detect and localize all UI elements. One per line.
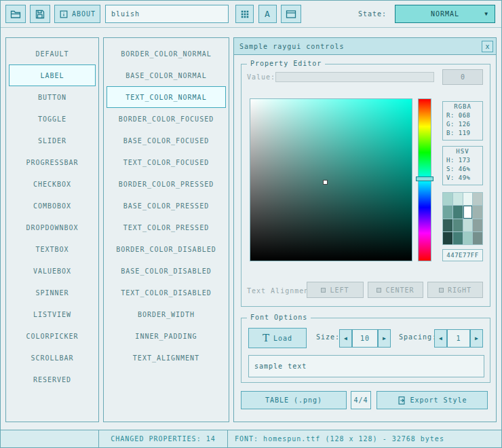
style-name-input[interactable]: [105, 5, 229, 23]
control-item-default[interactable]: DEFAULT: [9, 43, 96, 64]
property-item-border-color-normal[interactable]: BORDER_COLOR_NORMAL: [107, 43, 226, 64]
property-item-text-color-focused[interactable]: TEXT_COLOR_FOCUSED: [107, 151, 226, 173]
size-value-box[interactable]: 10: [352, 329, 378, 348]
property-item-base-color-disabled[interactable]: BASE_COLOR_DISABLED: [107, 260, 226, 282]
property-item-text-color-normal[interactable]: TEXT_COLOR_NORMAL: [107, 86, 226, 108]
property-item-base-color-pressed[interactable]: BASE_COLOR_PRESSED: [107, 195, 226, 217]
swatch[interactable]: [473, 232, 482, 244]
control-item-dropdownbox[interactable]: DROPDOWNBOX: [9, 217, 96, 238]
control-item-progressbar[interactable]: PROGRESSBAR: [9, 151, 96, 173]
control-item-valuebox[interactable]: VALUEBOX: [9, 260, 96, 282]
control-item-reserved[interactable]: RESERVED: [9, 369, 96, 390]
property-item-base-color-focused[interactable]: BASE_COLOR_FOCUSED: [107, 130, 226, 151]
sample-window: Sample raygui controls x Property Editor…: [233, 37, 497, 422]
control-item-scrollbar[interactable]: SCROLLBAR: [9, 347, 96, 369]
hex-value-box[interactable]: 447E77FF: [442, 249, 483, 261]
sample-window-titlebar[interactable]: Sample raygui controls: [234, 38, 496, 55]
export-counter-box[interactable]: 4/4: [351, 391, 371, 409]
align-left-icon: [321, 288, 326, 293]
swatch[interactable]: [473, 219, 482, 231]
swatch[interactable]: [443, 206, 452, 218]
hue-bar[interactable]: [418, 98, 431, 261]
size-label: Size:: [316, 333, 340, 341]
align-left-button[interactable]: LEFT: [307, 282, 364, 298]
state-dropdown[interactable]: NORMAL ▼: [395, 5, 495, 23]
property-item-base-color-normal[interactable]: BASE_COLOR_NORMAL: [107, 64, 226, 86]
swatch[interactable]: [443, 193, 452, 205]
swatch[interactable]: [443, 219, 452, 231]
spacing-decrease-button[interactable]: ◀: [434, 329, 447, 348]
property-item-border-width[interactable]: BORDER_WIDTH: [107, 303, 226, 325]
swatch[interactable]: [463, 232, 473, 244]
size-increase-button[interactable]: ▶: [378, 329, 391, 348]
control-item-label[interactable]: LABEL: [9, 64, 96, 86]
control-item-spinner[interactable]: SPINNER: [9, 282, 96, 303]
swatch[interactable]: [453, 206, 463, 218]
align-right-button[interactable]: RIGHT: [427, 282, 483, 298]
show-style-table-button[interactable]: [235, 5, 254, 23]
swatch-selected[interactable]: [463, 206, 473, 218]
hsv-readout: HSV H: 173 S: 46% V: 49%: [442, 146, 483, 185]
color-swatch-grid: [442, 192, 483, 245]
state-dropdown-value: NORMAL: [431, 10, 459, 18]
sample-window-title: Sample raygui controls: [239, 43, 344, 50]
swatch[interactable]: [453, 193, 463, 205]
swatch[interactable]: [473, 193, 482, 205]
property-editor-group-label: Property Editor: [247, 60, 325, 67]
font-load-button[interactable]: T Load: [248, 328, 307, 348]
export-style-button[interactable]: Export Style: [376, 391, 488, 409]
font-a-icon: A: [265, 9, 271, 19]
size-decrease-button[interactable]: ◀: [339, 329, 352, 348]
open-file-button[interactable]: [5, 5, 26, 23]
hsv-s-row: S: 46%: [443, 164, 482, 172]
right-arrow-icon: ▶: [475, 335, 478, 341]
control-item-colorpicker[interactable]: COLORPICKER: [9, 325, 96, 347]
control-item-checkbox[interactable]: CHECKBOX: [9, 173, 96, 195]
rgba-readout: RGBA R: 068 G: 126 B: 119: [442, 101, 483, 141]
property-item-inner-padding[interactable]: INNER_PADDING: [107, 325, 226, 347]
property-item-text-color-disabled[interactable]: TEXT_COLOR_DISABLED: [107, 282, 226, 303]
control-item-slider[interactable]: SLIDER: [9, 130, 96, 151]
swatch[interactable]: [463, 219, 473, 231]
align-center-button[interactable]: CENTER: [368, 282, 423, 298]
control-item-listview[interactable]: LISTVIEW: [9, 303, 96, 325]
table-export-label: TABLE (.png): [265, 396, 322, 404]
controls-list-panel: DEFAULT LABEL BUTTON TOGGLE SLIDER PROGR…: [5, 37, 99, 422]
save-style-button[interactable]: [30, 5, 50, 23]
spacing-value-box[interactable]: 1: [447, 329, 470, 348]
export-style-label: Export Style: [410, 396, 467, 404]
swatch[interactable]: [443, 232, 452, 244]
property-item-border-color-pressed[interactable]: BORDER_COLOR_PRESSED: [107, 173, 226, 195]
color-picker-cursor[interactable]: [323, 180, 328, 185]
control-item-toggle[interactable]: TOGGLE: [9, 108, 96, 130]
property-item-text-color-pressed[interactable]: TEXT_COLOR_PRESSED: [107, 217, 226, 238]
font-settings-button[interactable]: A: [258, 5, 277, 23]
font-info-text: FONT: homespun.ttf (128 x 128) - 32768 b…: [235, 435, 444, 443]
swatch[interactable]: [463, 193, 473, 205]
sample-text-input[interactable]: [248, 355, 484, 377]
export-icon: [397, 396, 406, 405]
close-button[interactable]: x: [482, 41, 493, 52]
about-button[interactable]: ABOUT: [54, 5, 100, 23]
color-picker-panel[interactable]: [250, 98, 412, 261]
control-item-textbox[interactable]: TEXTBOX: [9, 238, 96, 260]
swatch[interactable]: [453, 219, 463, 231]
table-export-button[interactable]: TABLE (.png): [241, 391, 347, 409]
spacing-increase-button[interactable]: ▶: [470, 329, 483, 348]
property-item-text-alignment[interactable]: TEXT_ALIGNMENT: [107, 347, 226, 369]
swatch[interactable]: [453, 232, 463, 244]
property-item-border-color-disabled[interactable]: BORDER_COLOR_DISABLED: [107, 238, 226, 260]
property-item-border-color-focused[interactable]: BORDER_COLOR_FOCUSED: [107, 108, 226, 130]
swatch[interactable]: [473, 206, 482, 218]
hsv-v-row: V: 49%: [443, 172, 482, 181]
left-arrow-icon: ◀: [344, 335, 347, 341]
control-item-combobox[interactable]: COMBOBOX: [9, 195, 96, 217]
hsv-h-row: H: 173: [443, 155, 482, 164]
value-slider[interactable]: [275, 72, 434, 82]
value-box[interactable]: 0: [442, 69, 483, 85]
hue-slider-handle[interactable]: [416, 176, 433, 181]
status-font-info: FONT: homespun.ttf (128 x 128) - 32768 b…: [227, 430, 502, 448]
right-arrow-icon: ▶: [383, 335, 386, 341]
font-options-group: Font Options T Load Size: ◀ 10 ▶ Spacing…: [241, 318, 490, 383]
control-item-button[interactable]: BUTTON: [9, 86, 96, 108]
